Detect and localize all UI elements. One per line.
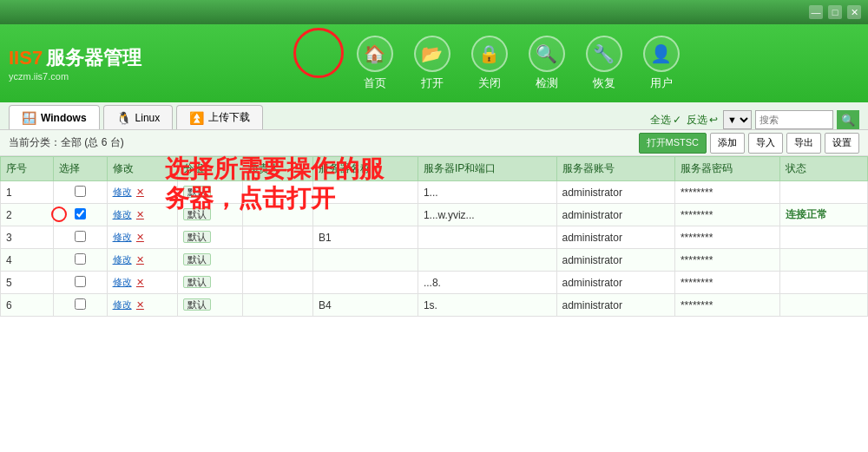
search-input[interactable] bbox=[755, 110, 833, 129]
cell-account: administrator bbox=[556, 249, 674, 272]
col-select: 选择 bbox=[54, 157, 107, 181]
cell-owner bbox=[242, 204, 312, 226]
nav-home[interactable]: 🏠 首页 bbox=[351, 36, 399, 91]
cell-group: 默认 bbox=[178, 294, 243, 317]
cell-checkbox[interactable] bbox=[54, 272, 107, 294]
tab-linux[interactable]: 🐧 Linux bbox=[103, 105, 174, 129]
tab-windows[interactable]: 🪟 Windows bbox=[9, 105, 100, 129]
export-button[interactable]: 导出 bbox=[786, 133, 821, 154]
modify-link[interactable]: 修改 bbox=[113, 209, 132, 219]
modify-link[interactable]: 修改 bbox=[113, 187, 132, 197]
minimize-button[interactable]: — bbox=[809, 5, 823, 19]
cell-ip: 1s. bbox=[418, 294, 556, 317]
close-button[interactable]: ✕ bbox=[847, 5, 861, 19]
invert-button[interactable]: 反选↩ bbox=[687, 113, 718, 128]
search-box: ▼ 🔍 bbox=[723, 110, 859, 129]
nav-close-label: 关闭 bbox=[478, 75, 501, 91]
nav-detect[interactable]: 🔍 检测 bbox=[523, 36, 571, 91]
import-button[interactable]: 导入 bbox=[748, 133, 783, 154]
add-button[interactable]: 添加 bbox=[710, 133, 745, 154]
logo-title: IIS7 服务器管理 bbox=[9, 45, 141, 71]
restore-icon: 🔧 bbox=[586, 36, 622, 72]
row-checkbox-4[interactable] bbox=[75, 253, 86, 265]
modify-link[interactable]: 修改 bbox=[113, 232, 132, 242]
cell-checkbox[interactable] bbox=[54, 249, 107, 272]
cell-owner bbox=[242, 272, 312, 294]
tab-upload-label: 上传下载 bbox=[208, 110, 250, 125]
cell-account: administrator bbox=[556, 272, 674, 294]
cell-status: 连接正常 bbox=[779, 204, 867, 226]
delete-link[interactable]: ✕ bbox=[136, 209, 144, 219]
cell-name bbox=[313, 181, 418, 204]
tab-upload[interactable]: ⏫ 上传下载 bbox=[176, 105, 263, 129]
cell-ip: ...8. bbox=[418, 272, 556, 294]
row-checkbox-3[interactable] bbox=[75, 231, 86, 242]
table-row: 4 修改 ✕ 默认 administrator ******** bbox=[1, 249, 868, 272]
nav-user[interactable]: 👤 用户 bbox=[637, 36, 686, 91]
cell-name bbox=[313, 249, 418, 272]
settings-button[interactable]: 设置 bbox=[825, 133, 859, 154]
logo-area: IIS7 服务器管理 yczm.iis7.com bbox=[9, 45, 141, 82]
nav-open[interactable]: 📂 打开 bbox=[408, 36, 457, 91]
cell-id: 5 bbox=[1, 272, 54, 294]
cell-modify: 修改 ✕ bbox=[107, 272, 178, 294]
cell-account: administrator bbox=[556, 226, 674, 249]
header: IIS7 服务器管理 yczm.iis7.com 🏠 首页 📂 打开 🔒 关闭 … bbox=[0, 24, 868, 102]
nav-restore[interactable]: 🔧 恢复 bbox=[580, 36, 628, 91]
select-all-button[interactable]: 全选✓ bbox=[650, 113, 681, 128]
row-checkbox-2[interactable] bbox=[75, 208, 86, 219]
group-tag: 默认 bbox=[183, 276, 211, 288]
delete-link[interactable]: ✕ bbox=[136, 277, 144, 287]
cell-account: administrator bbox=[556, 204, 674, 226]
logo-text: 服务器管理 bbox=[46, 45, 141, 71]
cell-ip bbox=[418, 226, 556, 249]
tab-actions: 全选✓ 反选↩ ▼ 🔍 bbox=[650, 110, 859, 129]
table-row: 3 修改 ✕ 默认 B1 administrator ******** bbox=[1, 226, 868, 249]
cell-status bbox=[779, 249, 867, 272]
nav-detect-label: 检测 bbox=[536, 75, 558, 91]
search-select[interactable]: ▼ bbox=[723, 110, 752, 129]
open-icon: 📂 bbox=[414, 36, 450, 72]
nav-restore-label: 恢复 bbox=[593, 75, 615, 91]
nav-open-label: 打开 bbox=[421, 75, 444, 91]
delete-link[interactable]: ✕ bbox=[136, 254, 144, 265]
current-label: 当前分类：全部 (总 6 台) bbox=[9, 135, 124, 150]
modify-link[interactable]: 修改 bbox=[113, 299, 132, 310]
title-bar: — □ ✕ bbox=[0, 0, 868, 24]
cell-checkbox[interactable] bbox=[54, 181, 107, 204]
modify-link[interactable]: 修改 bbox=[113, 254, 132, 265]
nav-home-label: 首页 bbox=[364, 75, 386, 91]
maximize-button[interactable]: □ bbox=[828, 5, 842, 19]
row-checkbox-1[interactable] bbox=[75, 186, 86, 197]
table-row: 6 修改 ✕ 默认 B4 1s. administrator ******** bbox=[1, 294, 868, 317]
cell-name: B1 bbox=[313, 226, 418, 249]
detect-icon: 🔍 bbox=[529, 36, 565, 72]
modify-link[interactable]: 修改 bbox=[113, 277, 132, 287]
cell-checkbox[interactable] bbox=[54, 204, 107, 226]
cell-password: ******** bbox=[674, 181, 779, 204]
search-button[interactable]: 🔍 bbox=[837, 110, 859, 129]
open-mstsc-button[interactable]: 打开MSTSC bbox=[639, 133, 707, 154]
cell-name bbox=[313, 204, 418, 226]
cell-status bbox=[779, 181, 867, 204]
cell-checkbox[interactable] bbox=[54, 294, 107, 317]
delete-link[interactable]: ✕ bbox=[136, 299, 144, 310]
cell-group: 默认 bbox=[178, 249, 243, 272]
cell-id: 6 bbox=[1, 294, 54, 317]
cell-group: 默认 bbox=[178, 181, 243, 204]
nav-close[interactable]: 🔒 关闭 bbox=[465, 36, 514, 91]
toolbar-row: 当前分类：全部 (总 6 台) 打开MSTSC 添加 导入 导出 设置 bbox=[0, 130, 868, 156]
cell-status bbox=[779, 294, 867, 317]
table-row: 2 修改 ✕ 默认 1...w.yviz... administrator **… bbox=[1, 204, 868, 226]
delete-link[interactable]: ✕ bbox=[136, 187, 144, 197]
cell-owner bbox=[242, 294, 312, 317]
row-checkbox-5[interactable] bbox=[75, 276, 86, 287]
logo-iis: IIS7 bbox=[9, 47, 43, 69]
cell-name bbox=[313, 272, 418, 294]
cell-modify: 修改 ✕ bbox=[107, 226, 178, 249]
row-checkbox-6[interactable] bbox=[75, 298, 86, 310]
delete-link[interactable]: ✕ bbox=[136, 232, 144, 242]
cell-owner bbox=[242, 226, 312, 249]
cell-checkbox[interactable] bbox=[54, 226, 107, 249]
col-ip: 服务器IP和端口 bbox=[418, 157, 556, 181]
